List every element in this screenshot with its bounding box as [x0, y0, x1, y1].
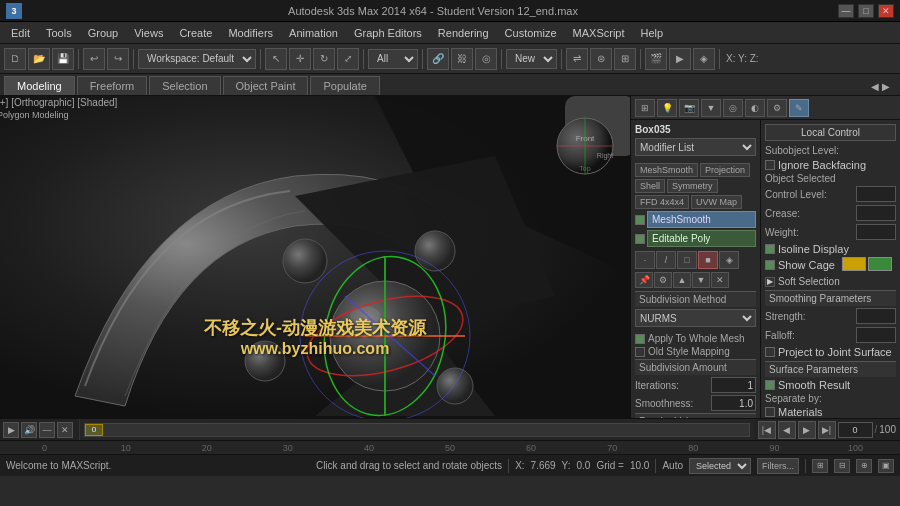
- anim-frame-input[interactable]: [838, 422, 873, 438]
- show-cage-checkbox[interactable]: [765, 260, 775, 270]
- tb-material[interactable]: ◈: [693, 48, 715, 70]
- menu-graph-editors[interactable]: Graph Editors: [347, 25, 429, 41]
- tb-array[interactable]: ⊞: [614, 48, 636, 70]
- sb-selection-dropdown[interactable]: Selected: [689, 458, 751, 474]
- rp-btn-hierarchy[interactable]: ▼: [701, 99, 721, 117]
- menu-modifiers[interactable]: Modifiers: [221, 25, 280, 41]
- menu-maxscript[interactable]: MAXScript: [566, 25, 632, 41]
- tb-move[interactable]: ✛: [289, 48, 311, 70]
- stack-btn-down[interactable]: ▼: [692, 272, 710, 288]
- menu-views[interactable]: Views: [127, 25, 170, 41]
- menu-help[interactable]: Help: [634, 25, 671, 41]
- filter-dropdown[interactable]: All: [368, 49, 418, 69]
- tb-open[interactable]: 📂: [28, 48, 50, 70]
- stack-btn-up[interactable]: ▲: [673, 272, 691, 288]
- tb-scale[interactable]: ⤢: [337, 48, 359, 70]
- tb-unlink[interactable]: ⛓: [451, 48, 473, 70]
- rp-btn-utilities[interactable]: ⚙: [767, 99, 787, 117]
- anim-btn-prev[interactable]: ◀: [778, 421, 796, 439]
- viewport[interactable]: Front Right Top [+] [Orthographic] [Shad…: [0, 96, 630, 418]
- cage-color-swatch1[interactable]: [842, 257, 866, 271]
- btn-ffd[interactable]: FFD 4x4x4: [635, 195, 689, 209]
- sb-filters-button[interactable]: Filters...: [757, 458, 799, 474]
- sb-keybind4[interactable]: ▣: [878, 459, 894, 473]
- stack-btn-delete[interactable]: ✕: [711, 272, 729, 288]
- subobj-border[interactable]: □: [677, 251, 697, 269]
- tab-modeling[interactable]: Modeling: [4, 76, 75, 95]
- subobj-element[interactable]: ◈: [719, 251, 739, 269]
- btn-uvw[interactable]: UVW Map: [691, 195, 742, 209]
- project-joint-checkbox[interactable]: [765, 347, 775, 357]
- menu-rendering[interactable]: Rendering: [431, 25, 496, 41]
- minimize-button[interactable]: —: [838, 4, 854, 18]
- vp-btn-close[interactable]: ✕: [57, 422, 73, 438]
- strength-spinbox[interactable]: [856, 308, 896, 324]
- rp-btn-modify[interactable]: ✎: [789, 99, 809, 117]
- tb-mirror[interactable]: ⇌: [566, 48, 588, 70]
- editablepoly-checkbox[interactable]: [635, 234, 645, 244]
- rp-btn-lights[interactable]: 💡: [657, 99, 677, 117]
- maximize-button[interactable]: □: [858, 4, 874, 18]
- rp-btn-motion[interactable]: ◎: [723, 99, 743, 117]
- btn-meshsmooth[interactable]: MeshSmooth: [635, 163, 698, 177]
- modifier-stack-editablepoly[interactable]: Editable Poly: [635, 230, 756, 248]
- sb-keybind1[interactable]: ⊞: [812, 459, 828, 473]
- stack-btn-settings[interactable]: ⚙: [654, 272, 672, 288]
- modifier-list-dropdown[interactable]: Modifier List: [635, 138, 756, 156]
- vp-btn-play[interactable]: ▶: [3, 422, 19, 438]
- tb-undo[interactable]: ↩: [83, 48, 105, 70]
- smooth-result-checkbox[interactable]: [765, 380, 775, 390]
- vp-btn-min[interactable]: —: [39, 422, 55, 438]
- new-dropdown[interactable]: New: [506, 49, 557, 69]
- meshsmooth-item[interactable]: MeshSmooth: [647, 211, 756, 228]
- menu-tools[interactable]: Tools: [39, 25, 79, 41]
- apply-to-whole-checkbox[interactable]: [635, 334, 645, 344]
- soft-selection-collapse[interactable]: ▶: [765, 277, 775, 287]
- editablepoly-item[interactable]: Editable Poly: [647, 230, 756, 247]
- tab-populate[interactable]: Populate: [310, 76, 379, 95]
- modifier-stack-meshsmooth[interactable]: MeshSmooth: [635, 211, 756, 229]
- menu-animation[interactable]: Animation: [282, 25, 345, 41]
- subobj-edge[interactable]: /: [656, 251, 676, 269]
- menu-edit[interactable]: Edit: [4, 25, 37, 41]
- sb-keybind3[interactable]: ⊕: [856, 459, 872, 473]
- materials-checkbox[interactable]: [765, 407, 775, 417]
- btn-shell[interactable]: Shell: [635, 179, 665, 193]
- rp-btn-camera[interactable]: 📷: [679, 99, 699, 117]
- weight-spinbox[interactable]: [856, 224, 896, 240]
- anim-btn-next[interactable]: ▶|: [818, 421, 836, 439]
- tab-selection[interactable]: Selection: [149, 76, 220, 95]
- subobj-polygon[interactable]: ■: [698, 251, 718, 269]
- close-button[interactable]: ✕: [878, 4, 894, 18]
- workspace-dropdown[interactable]: Workspace: Default: [138, 49, 256, 69]
- tb-render[interactable]: ▶: [669, 48, 691, 70]
- menu-create[interactable]: Create: [172, 25, 219, 41]
- crease-spinbox[interactable]: [856, 205, 896, 221]
- falloff-spinbox[interactable]: [856, 327, 896, 343]
- time-frame-indicator[interactable]: 0: [85, 424, 103, 436]
- old-style-checkbox[interactable]: [635, 347, 645, 357]
- vp-btn-sound[interactable]: 🔊: [21, 422, 37, 438]
- smooth-spinbox1[interactable]: [711, 395, 756, 411]
- rp-btn-shapes[interactable]: ⊞: [635, 99, 655, 117]
- tb-redo[interactable]: ↪: [107, 48, 129, 70]
- ignore-backfacing-checkbox[interactable]: [765, 160, 775, 170]
- sb-keybind2[interactable]: ⊟: [834, 459, 850, 473]
- stack-btn-pin[interactable]: 📌: [635, 272, 653, 288]
- anim-btn-play[interactable]: ▶: [798, 421, 816, 439]
- tab-freeform[interactable]: Freeform: [77, 76, 148, 95]
- control-level-spinbox[interactable]: [856, 186, 896, 202]
- subdivision-method-dropdown[interactable]: NURMS: [635, 309, 756, 327]
- tb-new[interactable]: 🗋: [4, 48, 26, 70]
- tb-align[interactable]: ⊜: [590, 48, 612, 70]
- tab-object-paint[interactable]: Object Paint: [223, 76, 309, 95]
- tb-select[interactable]: ↖: [265, 48, 287, 70]
- time-slider-track[interactable]: 0: [84, 423, 750, 437]
- anim-btn-start[interactable]: |◀: [758, 421, 776, 439]
- isoline-display-checkbox[interactable]: [765, 244, 775, 254]
- menu-group[interactable]: Group: [81, 25, 126, 41]
- tb-link[interactable]: 🔗: [427, 48, 449, 70]
- tb-save[interactable]: 💾: [52, 48, 74, 70]
- subobj-vertex[interactable]: ·: [635, 251, 655, 269]
- cage-color-swatch2[interactable]: [868, 257, 892, 271]
